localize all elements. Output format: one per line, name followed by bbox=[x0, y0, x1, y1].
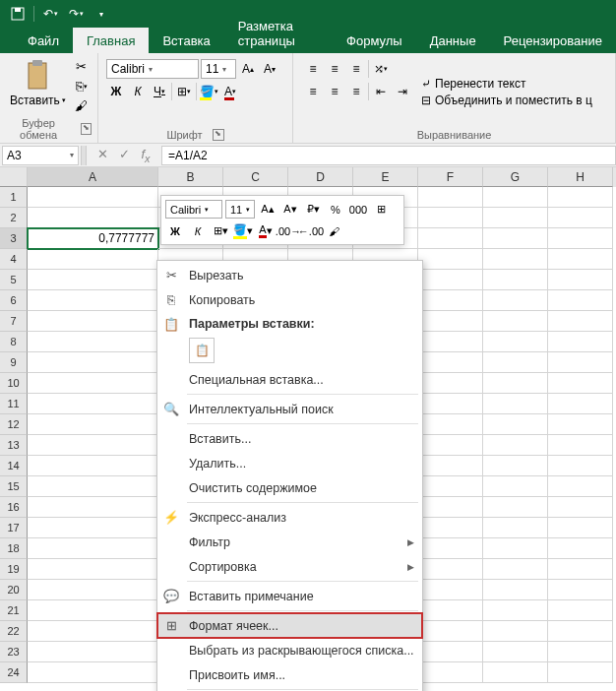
increase-indent-button[interactable]: ⇥ bbox=[393, 82, 412, 101]
cell-A19[interactable] bbox=[28, 559, 158, 580]
cell-G1[interactable] bbox=[483, 187, 548, 208]
cell-H22[interactable] bbox=[548, 621, 613, 642]
mini-decrease-font[interactable]: A▾ bbox=[280, 200, 300, 219]
cell-G9[interactable] bbox=[483, 352, 548, 373]
row-header-22[interactable]: 22 bbox=[0, 621, 28, 642]
cell-A5[interactable] bbox=[28, 270, 158, 290]
format-painter-button[interactable]: 🖌 bbox=[73, 97, 91, 115]
cell-F21[interactable] bbox=[418, 600, 483, 621]
align-bottom-button[interactable]: ≡ bbox=[346, 59, 366, 79]
cell-F12[interactable] bbox=[418, 414, 483, 435]
ctx-sort[interactable]: Сортировка▶ bbox=[157, 554, 422, 579]
cell-G21[interactable] bbox=[483, 600, 548, 621]
cell-G13[interactable] bbox=[483, 435, 548, 456]
cell-A12[interactable] bbox=[28, 414, 158, 435]
row-header-13[interactable]: 13 bbox=[0, 435, 28, 456]
cell-H12[interactable] bbox=[548, 414, 613, 435]
cell-F14[interactable] bbox=[418, 456, 483, 476]
row-header-19[interactable]: 19 bbox=[0, 559, 28, 580]
cell-H15[interactable] bbox=[548, 476, 613, 497]
cell-A13[interactable] bbox=[28, 435, 158, 456]
cell-F22[interactable] bbox=[418, 621, 483, 642]
ctx-insert-comment[interactable]: 💬Вставить примечание bbox=[157, 584, 422, 608]
mini-font-family-combo[interactable]: Calibri▾ bbox=[165, 200, 222, 219]
row-header-2[interactable]: 2 bbox=[0, 208, 28, 228]
cell-H24[interactable] bbox=[548, 662, 613, 683]
cell-F15[interactable] bbox=[418, 476, 483, 497]
insert-function-button[interactable]: fx bbox=[136, 147, 155, 164]
borders-button[interactable]: ⊞▾ bbox=[174, 82, 194, 101]
formula-input[interactable]: =A1/A2 bbox=[161, 146, 616, 165]
enter-formula-button[interactable]: ✓ bbox=[114, 147, 134, 164]
ctx-copy[interactable]: ⎘Копировать bbox=[157, 287, 422, 312]
row-header-7[interactable]: 7 bbox=[0, 311, 28, 332]
wrap-text-button[interactable]: ⤶Перенести текст bbox=[421, 77, 592, 91]
clipboard-dialog-launcher[interactable]: ⬊ bbox=[81, 123, 92, 135]
row-header-3[interactable]: 3 bbox=[0, 228, 28, 249]
cell-A11[interactable] bbox=[28, 394, 158, 414]
cell-F5[interactable] bbox=[418, 270, 483, 290]
cell-A4[interactable] bbox=[28, 249, 158, 270]
mini-increase-font[interactable]: A▴ bbox=[258, 200, 277, 219]
decrease-indent-button[interactable]: ⇤ bbox=[371, 82, 391, 101]
cell-G10[interactable] bbox=[483, 373, 548, 394]
cell-A2[interactable] bbox=[28, 208, 158, 228]
cell-G7[interactable] bbox=[483, 311, 548, 332]
row-header-9[interactable]: 9 bbox=[0, 352, 28, 373]
cell-F23[interactable] bbox=[418, 642, 483, 662]
cell-H5[interactable] bbox=[548, 270, 613, 290]
cell-H23[interactable] bbox=[548, 642, 613, 662]
cell-F24[interactable] bbox=[418, 662, 483, 683]
ctx-cut[interactable]: ✂Вырезать bbox=[157, 263, 422, 287]
cell-H1[interactable] bbox=[548, 187, 613, 208]
align-left-button[interactable]: ≡ bbox=[303, 82, 323, 101]
cell-G19[interactable] bbox=[483, 559, 548, 580]
orientation-button[interactable]: ⤮▾ bbox=[371, 59, 391, 79]
row-header-5[interactable]: 5 bbox=[0, 270, 28, 290]
ctx-quick-analysis[interactable]: ⚡Экспресс-анализ bbox=[157, 505, 422, 530]
cell-H13[interactable] bbox=[548, 435, 613, 456]
ctx-format-cells[interactable]: ⊞Формат ячеек... bbox=[157, 613, 422, 638]
cell-A6[interactable] bbox=[28, 290, 158, 311]
align-middle-button[interactable]: ≡ bbox=[325, 59, 344, 79]
cell-G22[interactable] bbox=[483, 621, 548, 642]
cell-H18[interactable] bbox=[548, 538, 613, 559]
paste-button[interactable]: Вставить▾ bbox=[10, 94, 66, 107]
row-header-10[interactable]: 10 bbox=[0, 373, 28, 394]
cell-F8[interactable] bbox=[418, 332, 483, 352]
column-header-F[interactable]: F bbox=[418, 167, 483, 187]
column-header-A[interactable]: A bbox=[28, 167, 158, 187]
mini-font-size-combo[interactable]: 11▾ bbox=[225, 200, 255, 219]
ctx-filter[interactable]: Фильтр▶ bbox=[157, 530, 422, 554]
cell-H10[interactable] bbox=[548, 373, 613, 394]
row-header-18[interactable]: 18 bbox=[0, 538, 28, 559]
cell-G2[interactable] bbox=[483, 208, 548, 228]
align-top-button[interactable]: ≡ bbox=[303, 59, 323, 79]
mini-accounting-format[interactable]: ₽▾ bbox=[303, 200, 323, 219]
mini-bold[interactable]: Ж bbox=[165, 221, 185, 240]
row-header-1[interactable]: 1 bbox=[0, 187, 28, 208]
cell-A17[interactable] bbox=[28, 518, 158, 538]
column-header-G[interactable]: G bbox=[483, 167, 548, 187]
cell-F18[interactable] bbox=[418, 538, 483, 559]
bold-button[interactable]: Ж bbox=[106, 82, 126, 101]
cell-F2[interactable] bbox=[418, 208, 483, 228]
cell-A10[interactable] bbox=[28, 373, 158, 394]
customize-qat-button[interactable]: ▾ bbox=[90, 3, 113, 25]
mini-italic[interactable]: К bbox=[188, 221, 208, 240]
mini-decrease-decimal[interactable]: ←.00 bbox=[301, 221, 321, 240]
cell-A21[interactable] bbox=[28, 600, 158, 621]
cell-H3[interactable] bbox=[548, 228, 613, 249]
mini-percent-format[interactable]: % bbox=[326, 200, 345, 219]
cell-F16[interactable] bbox=[418, 497, 483, 518]
tab-home[interactable]: Главная bbox=[73, 28, 149, 53]
row-header-23[interactable]: 23 bbox=[0, 642, 28, 662]
name-box[interactable]: A3▾ bbox=[2, 146, 79, 165]
fill-color-button[interactable]: 🪣▾ bbox=[199, 82, 218, 101]
cell-G8[interactable] bbox=[483, 332, 548, 352]
cell-G17[interactable] bbox=[483, 518, 548, 538]
column-header-D[interactable]: D bbox=[288, 167, 353, 187]
cell-F19[interactable] bbox=[418, 559, 483, 580]
mini-conditional-format[interactable]: ⊞ bbox=[371, 200, 391, 219]
cell-A16[interactable] bbox=[28, 497, 158, 518]
